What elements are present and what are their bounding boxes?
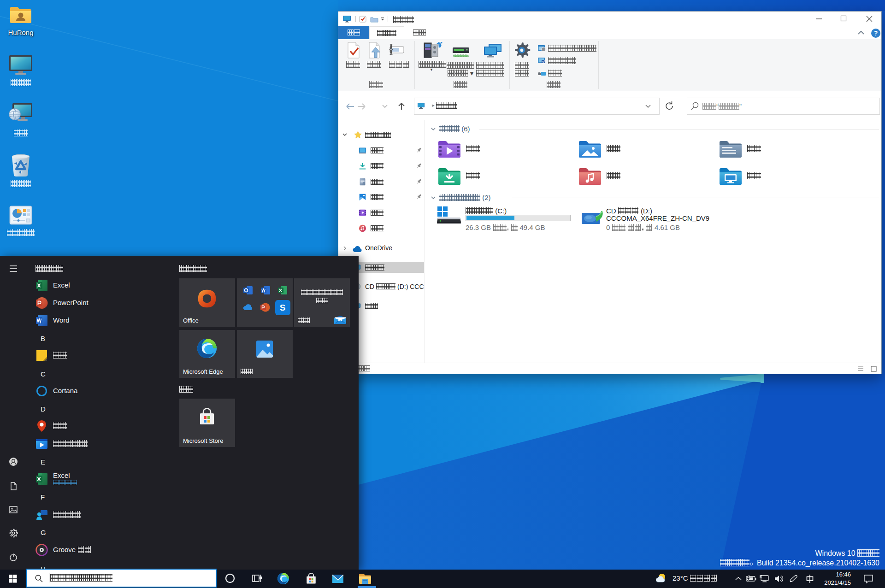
- svg-text:S: S: [280, 303, 286, 312]
- svg-text:?: ?: [874, 29, 878, 37]
